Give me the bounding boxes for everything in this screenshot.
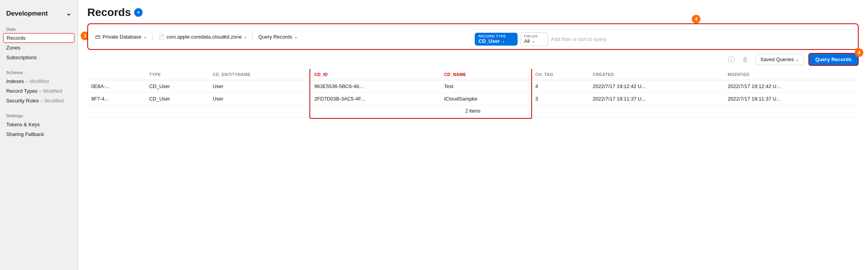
cell-cd-id[interactable]: 2FD7D03B-3AC5-4F... xyxy=(310,93,440,105)
sidebar-item-zones[interactable]: Zones xyxy=(0,43,78,53)
cell-cd-id[interactable]: 963E5536-5BC6-48... xyxy=(310,80,440,93)
sidebar-item-record-types[interactable]: Record Types – Modified xyxy=(0,86,78,96)
col-header-name xyxy=(87,69,145,80)
table-row[interactable]: 9F7-4...CD_UserUser2FD7D03B-3AC5-4F...IC… xyxy=(87,93,859,105)
cell-name[interactable]: 0E8A-... xyxy=(87,80,145,93)
query-bar: 🗃 Private Database ⌄ 📄 com.apple.coredat… xyxy=(87,23,859,50)
page-title: Records xyxy=(87,6,131,19)
topbar: Records + xyxy=(78,0,868,19)
separator xyxy=(152,33,152,41)
sidebar-item-sharing-fallback[interactable]: Sharing Fallback xyxy=(0,129,78,139)
items-count: 2 items xyxy=(87,105,859,117)
sidebar-section-data: Data xyxy=(0,24,78,33)
table-row[interactable]: 0E8A-...CD_UserUser963E5536-5BC6-48...Te… xyxy=(87,80,859,93)
cell-created[interactable]: 2022/7/17 19:12:42 U... xyxy=(589,80,724,93)
saved-queries-button[interactable]: Saved Queries ⌄ xyxy=(755,54,804,65)
chevron-down-icon: ⌄ xyxy=(143,35,147,39)
query-bar-wrapper: 🗃 Private Database ⌄ 📄 com.apple.coredat… xyxy=(78,19,868,50)
annotation-4b: 4 xyxy=(855,48,863,57)
cell-cd-entityname[interactable]: User xyxy=(209,80,311,93)
sidebar-section-settings: Settings xyxy=(0,110,78,120)
col-header-ch-tag: CH. TAG xyxy=(531,69,589,80)
col-header-type: TYPE xyxy=(145,69,209,80)
cell-type[interactable]: CD_User xyxy=(145,93,209,105)
add-record-button[interactable]: + xyxy=(134,8,143,17)
app-selector[interactable]: Development ⌄ xyxy=(0,6,78,24)
op-selector[interactable]: Query Records ⌄ xyxy=(256,33,299,41)
sidebar-item-indexes[interactable]: Indexes – Modified xyxy=(0,76,78,86)
app-name: Development xyxy=(6,10,48,18)
filter-placeholder[interactable]: Add filter or sort to query xyxy=(551,36,854,42)
separator xyxy=(252,33,253,41)
sidebar-section-schema: Schema xyxy=(0,67,78,76)
chevron-down-icon: ⌄ xyxy=(796,57,799,62)
main-content: Records + 🗃 Private Database ⌄ 📄 com.app… xyxy=(78,0,868,270)
cell-ch-tag[interactable]: 3 xyxy=(531,93,589,105)
sidebar-item-tokens-keys[interactable]: Tokens & Keys xyxy=(0,120,78,129)
trash-icon-button[interactable]: 🗑 xyxy=(740,54,751,65)
action-bar: ⓘ 🗑 Saved Queries ⌄ Query Records 4 xyxy=(78,50,868,69)
chevron-down-icon: ⌄ xyxy=(532,39,535,43)
zone-selector[interactable]: 📄 com.apple.coredata.cloudkit.zone ⌄ xyxy=(156,32,249,41)
cell-modified[interactable]: 2022/7/17 19:12:42 U... xyxy=(724,80,859,93)
zone-icon: 📄 xyxy=(158,34,164,40)
records-table: TYPE CD_ENTITYNAME CD_ID CD_NAME CH. TAG… xyxy=(87,69,859,117)
cell-cd-entityname[interactable]: User xyxy=(209,93,311,105)
sidebar-item-records[interactable]: Records xyxy=(3,33,74,43)
db-selector[interactable]: 🗃 Private Database ⌄ xyxy=(93,32,149,41)
col-header-modified: MODIFIED xyxy=(724,69,859,80)
cell-cd-name[interactable]: Test xyxy=(440,80,531,93)
record-type-selector[interactable]: RECORD TYPE CD_User ⌄ xyxy=(475,33,518,46)
chevron-down-icon: ⌄ xyxy=(66,9,71,18)
col-header-cd-entityname: CD_ENTITYNAME xyxy=(209,69,311,80)
cell-created[interactable]: 2022/7/17 19:11:37 U... xyxy=(589,93,724,105)
annotation-4a: 4 xyxy=(692,15,700,23)
chevron-down-icon: ⌄ xyxy=(244,35,247,39)
cell-type[interactable]: CD_User xyxy=(145,80,209,93)
chevron-down-icon: ⌄ xyxy=(294,35,297,39)
col-header-created: CREATED xyxy=(589,69,724,80)
cell-ch-tag[interactable]: 4 xyxy=(531,80,589,93)
table-wrapper: TYPE CD_ENTITYNAME CD_ID CD_NAME CH. TAG… xyxy=(78,69,868,270)
sidebar-item-security-roles[interactable]: Security Roles – Modified xyxy=(0,96,78,106)
top-section: Records + 🗃 Private Database ⌄ 📄 com.app… xyxy=(78,0,868,69)
cell-cd-name[interactable]: ICloudSampke xyxy=(440,93,531,105)
col-header-cd-name: CD_NAME xyxy=(440,69,531,80)
fields-selector[interactable]: FIELDS All ⌄ xyxy=(521,32,548,46)
query-records-button[interactable]: Query Records xyxy=(808,53,859,66)
sidebar-item-subscriptions[interactable]: Subscriptions xyxy=(0,53,78,62)
cell-modified[interactable]: 2022/7/17 19:11:37 U... xyxy=(724,93,859,105)
chevron-down-icon: ⌄ xyxy=(502,39,505,43)
db-icon: 🗃 xyxy=(95,34,101,40)
col-header-cd-id: CD_ID xyxy=(310,69,440,80)
cell-name[interactable]: 9F7-4... xyxy=(87,93,145,105)
sidebar: Development ⌄ Data Records 3 Zones Subsc… xyxy=(0,0,78,270)
info-icon-button[interactable]: ⓘ xyxy=(726,54,737,65)
